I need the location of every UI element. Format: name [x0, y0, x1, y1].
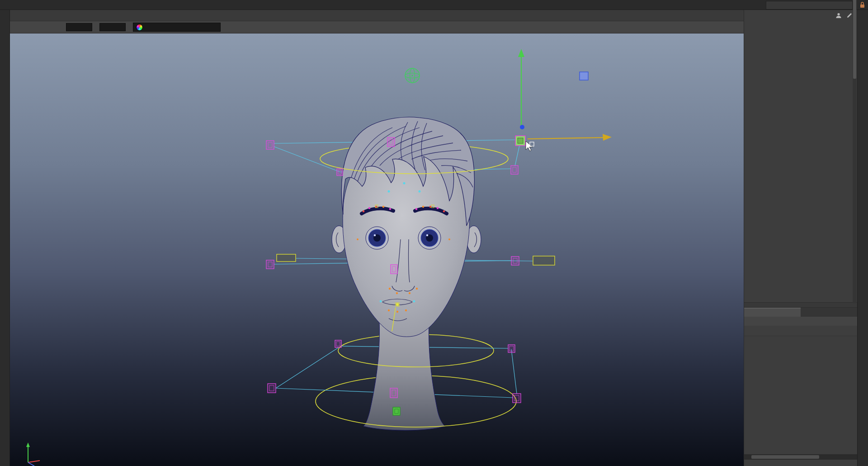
sphere-control[interactable] — [405, 68, 420, 83]
edit-mode-icon[interactable] — [846, 12, 853, 20]
channel-box-panel — [744, 10, 857, 466]
lattice-box-selected[interactable] — [515, 136, 525, 146]
maya-window — [0, 0, 868, 466]
yellow-control-box — [277, 254, 296, 262]
blue-control-square[interactable] — [580, 72, 588, 80]
panel-splitter[interactable] — [744, 302, 857, 308]
layer-editor-tabs — [744, 308, 857, 317]
tab-anim[interactable] — [801, 308, 857, 317]
layer-editor-menubar — [744, 317, 857, 326]
panel-header — [744, 10, 857, 21]
account-icon[interactable] — [835, 12, 842, 20]
main-menubar — [0, 0, 868, 10]
lattice-box — [511, 257, 519, 265]
lattice-box — [391, 265, 397, 274]
toolbar-field-b-group — [98, 23, 126, 31]
lattice-box — [508, 345, 515, 352]
lattice-box — [390, 388, 397, 398]
viewport-panel — [10, 10, 744, 466]
lattice-box — [337, 169, 343, 176]
viewport-canvas[interactable] — [10, 33, 744, 466]
lattice-box — [513, 394, 521, 403]
lattice-box — [266, 260, 274, 269]
shape-node-name[interactable] — [744, 50, 857, 58]
scrollbar-thumb[interactable] — [751, 455, 819, 459]
shapes-section-header — [744, 42, 857, 50]
toolbar-field-b[interactable] — [99, 23, 126, 31]
tab-display[interactable] — [744, 308, 801, 317]
channel-box-scrollbar[interactable] — [853, 0, 857, 303]
toolbar-field-a-group — [64, 23, 92, 31]
lattice-box-green — [393, 407, 400, 415]
status-line-toolbar — [10, 21, 744, 33]
eye-right — [418, 227, 441, 249]
lattice-box — [511, 166, 518, 174]
layer-editor-toolbar — [744, 326, 857, 336]
3d-viewport[interactable] — [10, 33, 744, 466]
scrollbar-track[interactable] — [750, 455, 851, 459]
eye-left — [366, 227, 388, 249]
right-sidebar-strip — [857, 10, 868, 466]
viewport-menubar — [10, 10, 744, 21]
color-management-dropdown[interactable] — [133, 23, 221, 32]
selected-object-name[interactable] — [744, 31, 857, 40]
lattice-box — [335, 340, 341, 347]
layer-editor-hscrollbar[interactable] — [744, 454, 857, 460]
scrollbar-thumb[interactable] — [853, 0, 856, 79]
lattice-box — [266, 141, 274, 149]
workspace-selector-area — [762, 1, 853, 10]
channel-box-menubar — [744, 21, 857, 31]
yellow-control-box — [533, 256, 555, 265]
lattice-box — [387, 138, 395, 147]
lock-icon[interactable] — [859, 1, 865, 10]
left-sidebar-strip — [0, 10, 10, 466]
toolbar-field-a[interactable] — [66, 23, 92, 31]
channel-box-empty-area — [744, 58, 857, 302]
z-axis-dot[interactable] — [520, 125, 524, 129]
color-wheel-icon — [136, 24, 143, 31]
workspace-dropdown[interactable] — [766, 1, 853, 10]
lattice-box — [268, 384, 276, 393]
